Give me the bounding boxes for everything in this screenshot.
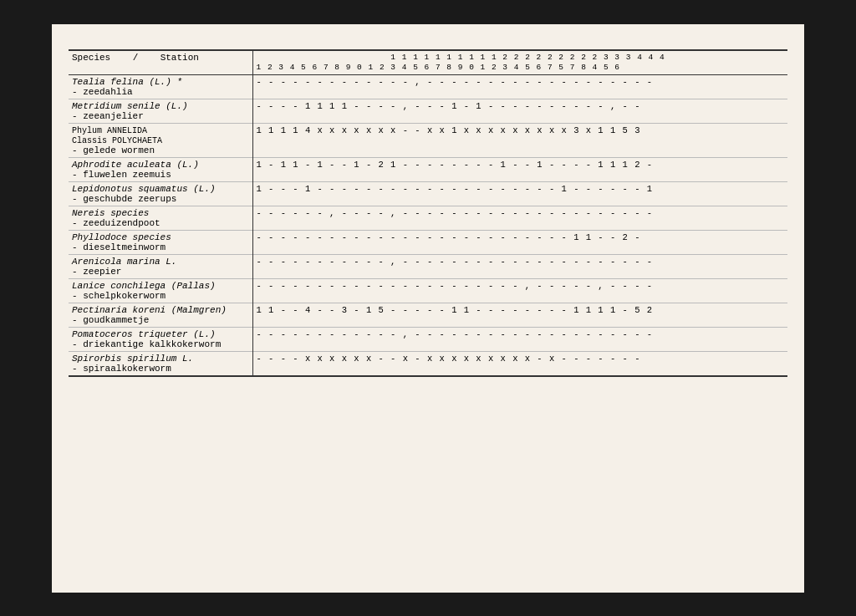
- station-data: 1 - - - 1 - - - - - - - - - - - - - - - …: [252, 182, 787, 206]
- table-row: Pectinaria koreni (Malmgren)- goudkammet…: [69, 303, 787, 328]
- species-station-header: Species / Station: [69, 50, 252, 75]
- species-common: - dieseltmeinworm: [72, 242, 166, 252]
- species-name: Metridium senile (L.): [72, 101, 188, 111]
- species-name: Spirorbis spirillum L.: [72, 354, 193, 364]
- species-common: - zeeduizendpoot: [72, 218, 160, 228]
- species-cell: Phyllodoce species- dieseltmeinworm: [69, 231, 252, 255]
- table-header-row: Species / Station 1 1 1 1 1 1 1 1 1 1 2 …: [69, 50, 787, 75]
- station-data: - - - - - - - - - - - - - , - - - - - - …: [252, 75, 787, 99]
- species-common: - zeedahlia: [72, 87, 133, 97]
- table-row: Tealia felina (L.) *- zeedahlia- - - - -…: [69, 75, 787, 99]
- species-name: Arenicola marina L.: [72, 257, 176, 267]
- table-row: Lanice conchilega (Pallas)- schelpkokerw…: [69, 279, 787, 303]
- species-cell: Lanice conchilega (Pallas)- schelpkokerw…: [69, 279, 252, 303]
- species-cell: Spirorbis spirillum L.- spiraalkokerworm: [69, 352, 252, 377]
- station-data: - - - - - - - - - - - - , - - - - - - - …: [252, 328, 787, 352]
- species-name: Phyllodoce species: [72, 232, 171, 242]
- station-data: - - - - - - , - - - - , - - - - - - - - …: [252, 206, 787, 231]
- species-cell: Nereis species- zeeduizendpoot: [69, 206, 252, 231]
- species-cell: Tealia felina (L.) *- zeedahlia: [69, 75, 252, 99]
- table-row: Spirorbis spirillum L.- spiraalkokerworm…: [69, 352, 787, 377]
- table-row: Metridium senile (L.)- zeeanjelier- - - …: [69, 99, 787, 124]
- station-data: 1 1 - - 4 - - 3 - 1 5 - - - - - 1 1 - - …: [252, 303, 787, 328]
- table-row: Pomatoceros triqueter (L.)- driekantige …: [69, 328, 787, 352]
- species-common: - goudkammetje: [72, 315, 149, 325]
- station-data: - - - - - - - - - - - - - - - - - - - - …: [252, 279, 787, 303]
- species-common: - fluwelen zeemuis: [72, 170, 171, 180]
- species-common: - gelede wormen: [72, 145, 155, 155]
- species-name: Lepidonotus squamatus (L.): [72, 184, 216, 194]
- species-cell: Aphrodite aculeata (L.)- fluwelen zeemui…: [69, 158, 252, 182]
- station-data: - - - - - - - - - - - - - - - - - - - - …: [252, 231, 787, 255]
- species-common: - zeepier: [72, 267, 121, 277]
- species-common: - spiraalkokerworm: [72, 364, 171, 374]
- annelida-label: Phylum ANNELIDAClassis POLYCHAETA: [72, 126, 162, 145]
- species-common: - schelpkokerworm: [72, 291, 166, 301]
- species-name: Tealia felina (L.) *: [72, 77, 182, 87]
- numbers-bottom: 1 2 3 4 5 6 7 8 9 0 1 2 3 4 5 6 7 8 9 0 …: [257, 63, 785, 73]
- table-row: Phylum ANNELIDAClassis POLYCHAETA- geled…: [69, 124, 787, 158]
- station-data: 1 - 1 1 - 1 - - 1 - 2 1 - - - - - - - - …: [252, 158, 787, 182]
- species-cell: Lepidonotus squamatus (L.)- geschubde ze…: [69, 182, 252, 206]
- species-name: Pectinaria koreni (Malmgren): [72, 305, 227, 315]
- table-row: Arenicola marina L.- zeepier- - - - - - …: [69, 255, 787, 279]
- station-data: - - - - - - - - - - - , - - - - - - - - …: [252, 255, 787, 279]
- species-cell: Arenicola marina L.- zeepier: [69, 255, 252, 279]
- station-data: 1 1 1 1 4 x x x x x x x - - x x 1 x x x …: [252, 124, 787, 158]
- table-row: Aphrodite aculeata (L.)- fluwelen zeemui…: [69, 158, 787, 182]
- species-cell: Pectinaria koreni (Malmgren)- goudkammet…: [69, 303, 252, 328]
- numbers-top: 1 1 1 1 1 1 1 1 1 1 2 2 2 2 2 2 2 2 2 3 …: [257, 53, 785, 63]
- species-cell: Pomatoceros triqueter (L.)- driekantige …: [69, 328, 252, 352]
- table-row: Lepidonotus squamatus (L.)- geschubde ze…: [69, 182, 787, 206]
- species-cell: Metridium senile (L.)- zeeanjelier: [69, 99, 252, 124]
- species-station-table: Species / Station 1 1 1 1 1 1 1 1 1 1 2 …: [69, 49, 787, 384]
- species-common: - zeeanjelier: [72, 111, 144, 121]
- page-container: Species / Station 1 1 1 1 1 1 1 1 1 1 2 …: [52, 24, 804, 593]
- species-name: Nereis species: [72, 208, 149, 218]
- station-numbers-header: 1 1 1 1 1 1 1 1 1 1 2 2 2 2 2 2 2 2 2 3 …: [252, 50, 787, 75]
- table-row: Nereis species- zeeduizendpoot- - - - - …: [69, 206, 787, 231]
- species-common: - driekantige kalkkokerworm: [72, 339, 221, 349]
- species-name: Aphrodite aculeata (L.): [72, 160, 199, 170]
- species-cell: Phylum ANNELIDAClassis POLYCHAETA- geled…: [69, 124, 252, 158]
- station-data: - - - - x x x x x x - - x - x x x x x x …: [252, 352, 787, 377]
- station-data: - - - - 1 1 1 1 - - - - , - - - 1 - 1 - …: [252, 99, 787, 124]
- slash-label: /: [133, 53, 139, 63]
- station-label: Station: [160, 53, 199, 63]
- species-name: Lanice conchilega (Pallas): [72, 281, 216, 291]
- species-label: Species: [72, 53, 110, 63]
- species-common: - geschubde zeerups: [72, 194, 176, 204]
- table-row: Phyllodoce species- dieseltmeinworm- - -…: [69, 231, 787, 255]
- species-name: Pomatoceros triqueter (L.): [72, 329, 216, 339]
